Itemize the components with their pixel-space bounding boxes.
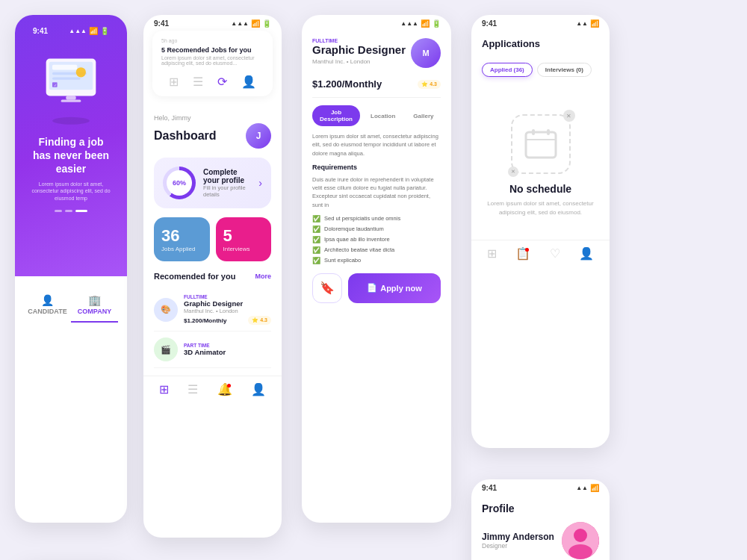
rec-job-card-2[interactable]: 🎬 PART TIME 3D Animator [154,332,271,368]
req-item-1: ✅ Sed ut perspiciatis unde omnis [312,215,441,223]
company-icon: 🏢 [74,294,115,306]
progress-circle: 60% [163,167,196,199]
screen-no-schedule: 9:41 ▲▲ 📶 Applications Applied (36) Inte… [471,15,610,448]
wifi-icon-7: 📶 [590,484,599,492]
more-link[interactable]: More [255,273,271,280]
check-icon-2: ✅ [312,225,320,233]
apply-now-button[interactable]: 📄 Apply now [348,273,441,303]
company-avatar-detail: M [411,38,441,68]
svg-rect-9 [61,100,81,102]
battery-icon: 🔋 [100,27,109,35]
x-badge-1: ✕ [563,110,575,122]
role-tabs: 👤 CANDIDATE 🏢 COMPANY [24,288,118,323]
detail-tabs: Job Description Location Gallery [312,105,441,126]
notification-card: 5h ago 5 Recomended Jobs for you Lorem i… [152,31,273,96]
svg-text:✓: ✓ [54,83,57,87]
notif-nav-icon[interactable]: 🔔 [217,382,232,396]
refresh-nav-icon[interactable]: ⟳ [217,75,227,89]
no-schedule-bottom-nav: ⊞ 📋 ♡ 👤 [471,240,610,267]
rec-job-card-1[interactable]: 🎨 FULLTIME Graphic Designer Manthul Inc.… [154,288,271,332]
pill-applied-2[interactable]: Applied (36) [482,63,533,77]
status-bar-7: 9:41 ▲▲ 📶 [471,479,610,495]
rating-badge-1: ⭐ 4.3 [248,316,271,325]
stats-row: 36 Jobs Applied 5 Interviews [154,217,271,261]
dot-3 [75,210,87,212]
screen-onboarding: 9:41 ▲▲▲ 📶 🔋 [15,15,127,523]
battery-icon-3: 🔋 [262,19,271,28]
heart-icon-nav[interactable]: ♡ [550,246,560,261]
svg-point-16 [574,529,587,542]
bookmark-nav-icon[interactable]: ☰ [187,382,198,396]
user-icon-nav[interactable]: 👤 [579,246,594,261]
progress-value: 60% [167,170,192,196]
tab-company[interactable]: 🏢 COMPANY [71,288,118,323]
onboarding-subtitle: Lorem ipsum dolor sit amet, consectetur … [30,181,112,202]
profile-nav-icon[interactable]: 👤 [241,75,256,89]
dot-2 [65,210,72,212]
dashboard-title: Dashboard [154,129,217,143]
svg-rect-2 [52,65,77,70]
status-bar-1: 9:41 ▲▲▲ 📶 🔋 [22,22,120,38]
screen-dashboard: 9:41 ▲▲▲ 📶 🔋 5h ago 5 Recomended Jobs fo… [143,15,282,538]
notification-dot [227,384,231,388]
onboarding-title: Finding a job has never been easier [30,135,112,176]
rating-badge-detail: ⭐ 4.3 [418,80,441,89]
bookmark-button[interactable]: 🔖 [312,273,342,303]
dashboard-bottom-nav: ⊞ ☰ 🔔 👤 [143,376,282,402]
app-container: 9:41 ▲▲▲ 📶 🔋 [15,15,732,545]
home-nav-icon[interactable]: ⊞ [159,382,169,396]
check-icon-3: ✅ [312,236,320,243]
battery-icon-4: 🔋 [432,19,441,28]
arrow-icon: › [258,177,262,189]
svg-rect-13 [547,129,550,135]
svg-rect-12 [532,129,535,135]
greeting-text: Helo, Jimmy [154,114,271,122]
check-icon-4: ✅ [312,246,320,254]
svg-point-17 [568,544,592,559]
status-bar-6: 9:41 ▲▲ 📶 [471,15,610,31]
tab-gallery[interactable]: Gallery [406,105,441,126]
wifi-icon-3: 📶 [251,19,260,28]
screen-profile: 9:41 ▲▲ 📶 Profile Jimmy Anderson Designe… [471,479,610,560]
wifi-icon-6: 📶 [590,19,599,28]
tab-candidate[interactable]: 👤 CANDIDATE [24,288,71,323]
req-item-3: ✅ Ipsa quae ab illo inventore [312,236,441,243]
screen-job-detail: ▲▲▲ 📶 🔋 FULLTIME Graphic Designer Manthu… [302,15,451,523]
candidate-icon: 👤 [27,294,68,306]
check-icon-5: ✅ [312,257,320,264]
no-schedule-area: ✕ ✕ No schedule Lorem ipsum dolor sit am… [471,92,610,240]
notification-dot-2 [525,248,529,252]
svg-rect-11 [526,132,556,158]
rec-avatar-2: 🎬 [154,337,178,361]
status-bar-3: 9:41 ▲▲▲ 📶 🔋 [143,15,282,31]
apply-icon: 📄 [367,283,377,293]
stat-interviews: 5 Interviews [216,217,272,261]
req-item-5: ✅ Sunt explicabo [312,257,441,264]
apply-row: 🔖 📄 Apply now [312,273,441,303]
rec-avatar-1: 🎨 [154,298,178,322]
check-icon-1: ✅ [312,215,320,223]
grid-icon-nav[interactable]: ⊞ [487,246,497,261]
hero-illustration: ✓ [34,46,108,128]
user-avatar: J [246,123,271,149]
user-nav-icon[interactable]: 👤 [251,382,266,396]
apps-icon-nav[interactable]: 📋 [515,246,530,261]
x-badge-2: ✕ [508,167,518,177]
description-text: Lorem ipsum dolor sit amet, consectetur … [312,132,441,158]
stat-jobs-applied: 36 Jobs Applied [154,217,210,261]
tab-description[interactable]: Job Description [312,105,360,126]
grid-nav-icon[interactable]: ⊞ [169,75,179,89]
schedule-icon: ✕ ✕ [511,114,571,174]
profile-complete-card[interactable]: 60% Complete your profile Fill in your p… [154,158,271,208]
req-item-4: ✅ Architecto beatae vitae dicta [312,246,441,254]
req-item-2: ✅ Doloremque laudantium [312,225,441,233]
tab-location[interactable]: Location [363,105,403,126]
wifi-icon-4: 📶 [421,19,430,28]
list-nav-icon[interactable]: ☰ [193,75,203,89]
pill-interviews-2[interactable]: Interviews (0) [537,63,592,77]
svg-point-10 [52,117,90,125]
svg-rect-4 [52,78,81,80]
svg-point-7 [76,67,86,77]
svg-rect-8 [66,96,75,100]
profile-avatar [562,522,599,559]
